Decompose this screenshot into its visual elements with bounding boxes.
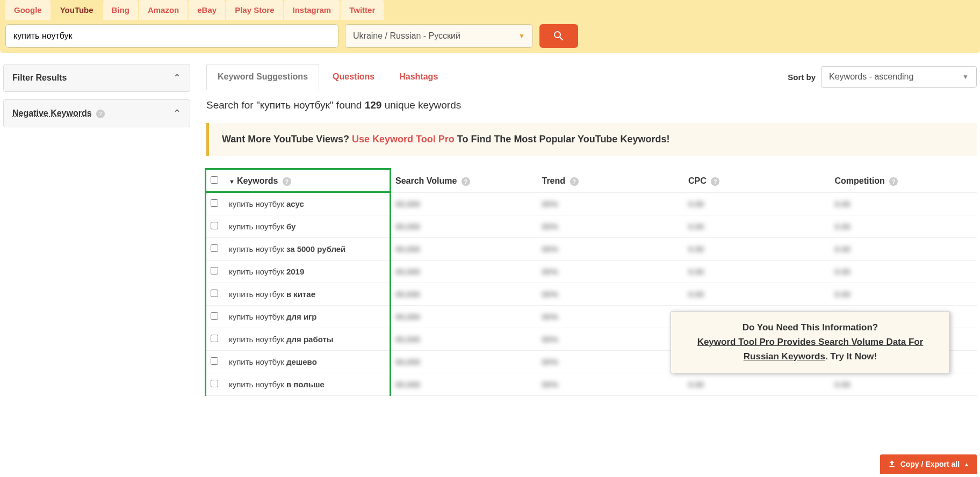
locale-select[interactable]: Ukraine / Russian - Русский ▼ (345, 24, 533, 48)
trend-cell: 00% (538, 238, 684, 261)
competition-cell: 0.00 (831, 215, 977, 238)
col-trend[interactable]: Trend ? (538, 170, 684, 193)
filter-results-toggle[interactable]: Filter Results ⌃ (4, 64, 190, 91)
row-checkbox[interactable] (211, 312, 218, 320)
results-summary: Search for "купить ноутбук" found 129 un… (206, 99, 977, 111)
row-checkbox[interactable] (211, 357, 218, 365)
trend-cell: 00% (538, 283, 684, 306)
col-search-volume[interactable]: Search Volume ? (391, 170, 538, 193)
col-competition[interactable]: Competition ? (831, 170, 977, 193)
tab-hashtags[interactable]: Hashtags (388, 64, 449, 90)
table-row: купить ноутбук за 5000 рублей00,00000%0.… (206, 238, 977, 261)
competition-cell: 0.00 (831, 283, 977, 306)
select-all-checkbox[interactable] (211, 176, 218, 184)
chevron-down-icon: ▼ (518, 32, 525, 40)
search-input[interactable] (5, 24, 338, 48)
negative-keywords-toggle[interactable]: Negative Keywords ? ⌃ (4, 100, 190, 127)
sort-desc-icon: ▼ (229, 178, 235, 185)
table-row: купить ноутбук асус00,00000%0.000.00 (206, 193, 977, 215)
promo-banner: Want More YouTube Views? Use Keyword Too… (206, 123, 977, 156)
search-volume-cell: 00,000 (391, 215, 538, 238)
platform-tab-twitter[interactable]: Twitter (341, 0, 384, 20)
chevron-up-icon: ⌃ (173, 107, 181, 119)
filter-results-title: Filter Results (12, 73, 67, 83)
platform-tab-instagram[interactable]: Instagram (284, 0, 340, 20)
cpc-cell: 0.00 (684, 193, 831, 215)
row-checkbox[interactable] (211, 222, 218, 229)
keyword-cell: купить ноутбук для работы (225, 328, 391, 351)
locale-value: Ukraine / Russian - Русский (353, 31, 460, 41)
row-checkbox[interactable] (211, 290, 218, 297)
platform-tabs: GoogleYouTubeBingAmazoneBayPlay StoreIns… (5, 0, 975, 20)
row-checkbox[interactable] (211, 380, 218, 387)
help-icon[interactable]: ? (711, 177, 719, 186)
keyword-cell: купить ноутбук в китае (225, 283, 391, 306)
row-checkbox[interactable] (211, 335, 218, 342)
search-volume-cell: 00,000 (391, 193, 538, 215)
keyword-cell: купить ноутбук бу (225, 215, 391, 238)
negative-keywords-panel: Negative Keywords ? ⌃ (3, 99, 190, 127)
cpc-cell: 0.00 (684, 238, 831, 261)
search-icon (552, 30, 565, 42)
search-button[interactable] (539, 24, 578, 48)
platform-tab-youtube[interactable]: YouTube (52, 0, 102, 20)
row-checkbox[interactable] (211, 199, 218, 207)
cpc-cell: 0.00 (684, 215, 831, 238)
help-icon[interactable]: ? (462, 177, 470, 186)
keyword-cell: купить ноутбук асус (225, 193, 391, 215)
keyword-cell: купить ноутбук 2019 (225, 261, 391, 283)
search-volume-cell: 00,000 (391, 373, 538, 396)
upsell-link[interactable]: Keyword Tool Pro Provides Search Volume … (697, 337, 924, 362)
chevron-down-icon: ▼ (962, 73, 969, 81)
table-row: купить ноутбук в китае00,00000%0.000.00 (206, 283, 977, 306)
search-volume-cell: 00,000 (391, 351, 538, 373)
sort-value: Keywords - ascending (829, 72, 913, 82)
platform-tab-play-store[interactable]: Play Store (226, 0, 283, 20)
filter-results-panel: Filter Results ⌃ (3, 64, 190, 92)
help-icon[interactable]: ? (570, 177, 579, 186)
trend-cell: 00% (538, 373, 684, 396)
chevron-up-icon: ⌃ (173, 72, 181, 84)
search-volume-cell: 00,000 (391, 283, 538, 306)
competition-cell: 0.00 (831, 193, 977, 215)
trend-cell: 00% (538, 351, 684, 373)
tab-keyword-suggestions[interactable]: Keyword Suggestions (206, 64, 319, 90)
help-icon[interactable]: ? (889, 177, 898, 186)
cpc-cell: 0.00 (684, 283, 831, 306)
table-row: купить ноутбук 201900,00000%0.000.00 (206, 261, 977, 283)
table-row: купить ноутбук в польше00,00000%0.000.00 (206, 373, 977, 396)
help-icon[interactable]: ? (96, 110, 105, 118)
sort-label: Sort by (788, 73, 816, 82)
keyword-cell: купить ноутбук для игр (225, 306, 391, 328)
search-volume-cell: 00,000 (391, 306, 538, 328)
competition-cell: 0.00 (831, 238, 977, 261)
trend-cell: 00% (538, 306, 684, 328)
platform-tab-ebay[interactable]: eBay (189, 0, 225, 20)
col-cpc[interactable]: CPC ? (684, 170, 831, 193)
platform-tab-google[interactable]: Google (5, 0, 51, 20)
keyword-cell: купить ноутбук за 5000 рублей (225, 238, 391, 261)
table-row: купить ноутбук бу00,00000%0.000.00 (206, 215, 977, 238)
trend-cell: 00% (538, 215, 684, 238)
trend-cell: 00% (538, 328, 684, 351)
platform-tab-bing[interactable]: Bing (103, 0, 138, 20)
help-icon[interactable]: ? (283, 177, 291, 186)
cpc-cell: 0.00 (684, 261, 831, 283)
keyword-cell: купить ноутбук дешево (225, 351, 391, 373)
tab-questions[interactable]: Questions (321, 64, 386, 90)
competition-cell: 0.00 (831, 261, 977, 283)
trend-cell: 00% (538, 261, 684, 283)
search-volume-cell: 00,000 (391, 261, 538, 283)
col-keywords[interactable]: ▼Keywords ? (225, 170, 391, 193)
platform-tab-amazon[interactable]: Amazon (139, 0, 188, 20)
row-checkbox[interactable] (211, 267, 218, 274)
trend-cell: 00% (538, 193, 684, 215)
promo-link[interactable]: Use Keyword Tool Pro (352, 134, 455, 144)
row-checkbox[interactable] (211, 244, 218, 252)
search-area: GoogleYouTubeBingAmazoneBayPlay StoreIns… (0, 0, 980, 53)
sort-select[interactable]: Keywords - ascending ▼ (821, 66, 977, 88)
competition-cell: 0.00 (831, 373, 977, 396)
cpc-cell: 0.00 (684, 373, 831, 396)
upsell-popup: Do You Need This Information? Keyword To… (671, 311, 950, 373)
keyword-cell: купить ноутбук в польше (225, 373, 391, 396)
